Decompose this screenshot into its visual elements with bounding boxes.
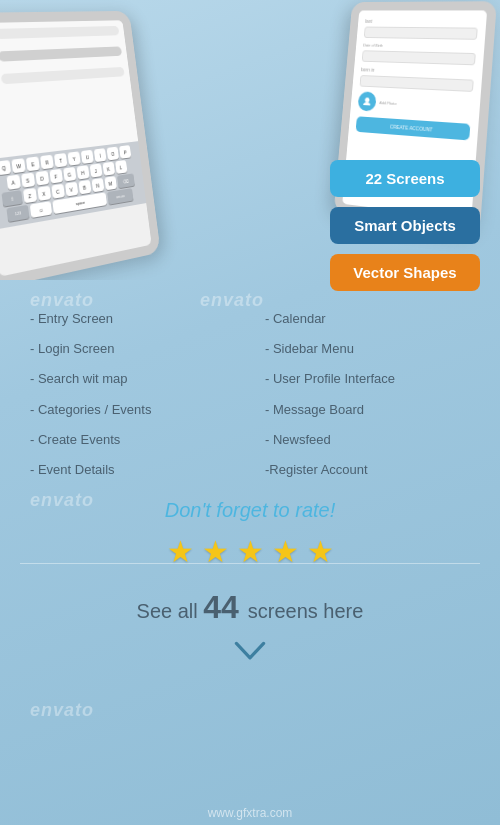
star-5[interactable]: ★	[307, 534, 334, 569]
rp-avatar-row: Add Photo	[357, 91, 472, 117]
rp-label-name: last	[365, 18, 478, 25]
keyboard-area: Q W E R T Y U I O P A S D	[0, 141, 146, 230]
feature-user-profile: - User Profile Interface	[265, 370, 470, 388]
star-2[interactable]: ★	[202, 534, 229, 569]
key-b[interactable]: B	[78, 180, 91, 195]
watermark-envato-2: envato	[200, 290, 264, 311]
feature-search-map: - Search wit map	[30, 370, 235, 388]
key-z[interactable]: Z	[23, 188, 37, 203]
see-all-number: 44	[203, 589, 247, 625]
key-h[interactable]: H	[76, 165, 89, 179]
feature-sidebar-menu: - Sidebar Menu	[265, 340, 470, 358]
rating-section: Don't forget to rate! ★ ★ ★ ★ ★ See all …	[0, 499, 500, 670]
chat-msg-1	[0, 26, 120, 46]
right-phone-inner: last Date of Birth born in Add Pho	[348, 10, 487, 149]
feature-categories: - Categories / Events	[30, 401, 235, 419]
feature-register-account: -Register Account	[265, 461, 470, 479]
key-a[interactable]: A	[6, 175, 20, 190]
smart-objects-badge[interactable]: Smart Objects	[330, 207, 480, 244]
key-return[interactable]: return	[107, 188, 133, 205]
chevron-down-icon[interactable]	[230, 636, 270, 666]
key-123[interactable]: 123	[6, 205, 29, 222]
vector-shapes-badge[interactable]: Vector Shapes	[330, 254, 480, 291]
chat-msg-2	[0, 46, 123, 69]
rp-input-name[interactable]	[364, 27, 478, 40]
page-wrapper: envato envato envato envato	[0, 0, 500, 825]
key-q[interactable]: Q	[0, 160, 11, 175]
add-photo-label: Add Photo	[379, 100, 396, 106]
key-d[interactable]: D	[35, 171, 49, 186]
rp-input-dob[interactable]	[362, 50, 476, 65]
key-backspace[interactable]: ⌫	[117, 173, 135, 188]
feature-col-left: - Entry Screen - Login Screen - Search w…	[30, 310, 235, 491]
see-all-text: See all 44 screens here	[0, 589, 500, 626]
key-emoji[interactable]: ☺	[30, 201, 52, 218]
key-o[interactable]: O	[107, 147, 119, 161]
feature-calendar: - Calendar	[265, 310, 470, 328]
watermark-envato-4: envato	[30, 700, 94, 721]
create-account-button[interactable]: CREATE ACCOUNT	[356, 116, 471, 140]
star-4[interactable]: ★	[272, 534, 299, 569]
chevron-down-container	[0, 636, 500, 670]
key-c[interactable]: C	[51, 184, 65, 199]
feature-col-right: - Calendar - Sidebar Menu - User Profile…	[265, 310, 470, 491]
left-phone-screen: Q W E R T Y U I O P A S D	[0, 11, 161, 280]
key-m[interactable]: M	[104, 176, 117, 190]
key-p[interactable]: P	[119, 145, 131, 159]
key-s[interactable]: S	[21, 173, 35, 188]
key-l[interactable]: L	[115, 160, 127, 174]
key-u[interactable]: U	[81, 150, 94, 164]
see-all-prefix: See all	[137, 600, 204, 622]
feature-list: - Entry Screen - Login Screen - Search w…	[30, 310, 470, 491]
key-y[interactable]: Y	[68, 151, 81, 165]
key-g[interactable]: G	[63, 167, 76, 182]
screens-badge[interactable]: 22 Screens	[330, 160, 480, 197]
key-shift[interactable]: ⇧	[1, 190, 22, 207]
key-t[interactable]: T	[54, 153, 67, 168]
feature-entry-screen: - Entry Screen	[30, 310, 235, 328]
feature-event-details: - Event Details	[30, 461, 235, 479]
rp-label-dob: Date of Birth	[363, 43, 476, 50]
chat-msg-3	[0, 67, 126, 92]
feature-newsfeed: - Newsfeed	[265, 431, 470, 449]
user-icon	[362, 96, 372, 106]
rate-prompt: Don't forget to rate!	[0, 499, 500, 522]
svg-point-0	[365, 97, 370, 102]
left-phone-mockup: Q W E R T Y U I O P A S D	[0, 11, 161, 280]
feature-create-events: - Create Events	[30, 431, 235, 449]
rp-avatar-icon	[357, 91, 376, 111]
watermark-envato-1: envato	[30, 290, 94, 311]
star-1[interactable]: ★	[167, 534, 194, 569]
msg-bubble-1	[0, 26, 119, 39]
feature-message-board: - Message Board	[265, 401, 470, 419]
key-w[interactable]: W	[11, 158, 25, 173]
key-e[interactable]: E	[26, 156, 40, 171]
star-3[interactable]: ★	[237, 534, 264, 569]
key-r[interactable]: R	[40, 155, 54, 170]
key-j[interactable]: J	[89, 163, 102, 177]
msg-bubble-2	[0, 46, 122, 61]
msg-bubble-3	[1, 67, 125, 84]
key-x[interactable]: X	[37, 186, 51, 201]
star-rating[interactable]: ★ ★ ★ ★ ★	[0, 534, 500, 569]
rp-input-email[interactable]	[360, 75, 474, 92]
badges-container: 22 Screens Smart Objects Vector Shapes	[330, 160, 480, 291]
key-n[interactable]: N	[91, 178, 104, 192]
gfx-watermark: www.gfxtra.com	[0, 806, 500, 820]
key-i[interactable]: I	[94, 148, 107, 162]
chat-area	[0, 20, 138, 160]
see-all-suffix: screens here	[248, 600, 364, 622]
feature-login-screen: - Login Screen	[30, 340, 235, 358]
key-f[interactable]: F	[49, 169, 63, 184]
key-v[interactable]: V	[65, 182, 78, 197]
key-k[interactable]: K	[102, 162, 115, 176]
